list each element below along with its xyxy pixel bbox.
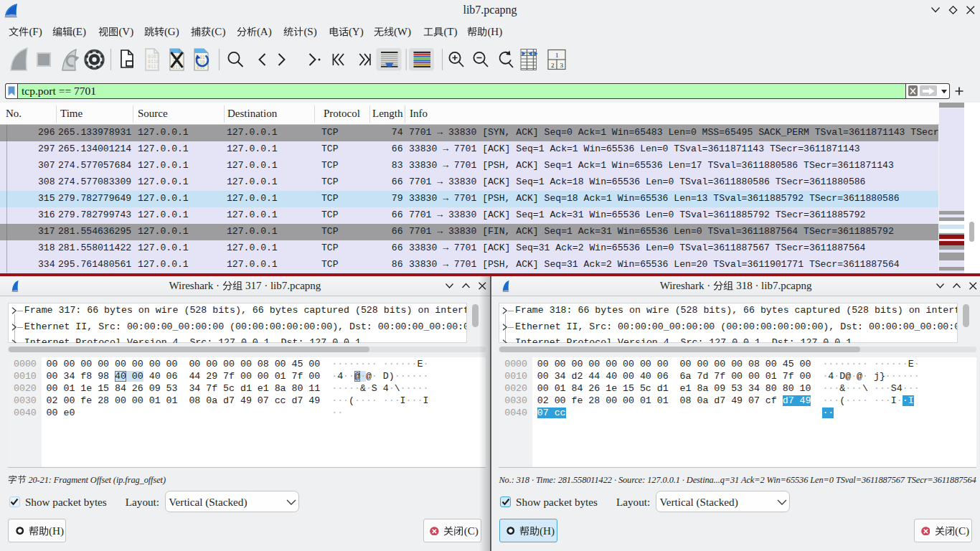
svg-text:0111: 0111 bbox=[148, 64, 159, 70]
svg-text:3: 3 bbox=[560, 62, 564, 69]
svg-text:1: 1 bbox=[555, 52, 559, 59]
svg-text:2: 2 bbox=[551, 62, 555, 69]
